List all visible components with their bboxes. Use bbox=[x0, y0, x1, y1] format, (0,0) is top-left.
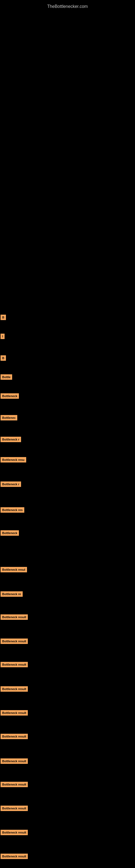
bottleneck-item: Bottleneck result bbox=[1, 854, 28, 860]
bottleneck-item: Bottleneck result bbox=[1, 639, 28, 645]
bottleneck-item: Bottleneck result bbox=[1, 830, 28, 836]
bottleneck-item: Bottleneck bbox=[1, 393, 19, 399]
bottleneck-item: Bottleneck r bbox=[1, 437, 21, 443]
bottleneck-item: Bottleneck re bbox=[1, 591, 23, 597]
bottleneck-item: Bottleneck result bbox=[1, 662, 28, 668]
bottleneck-item: Bottleneck result bbox=[1, 782, 28, 788]
bottleneck-item: Bottleneck resul bbox=[1, 567, 27, 573]
bottleneck-item: Bottleneck res bbox=[1, 507, 24, 513]
bottleneck-item: Bottleneck result bbox=[1, 686, 28, 692]
bottleneck-item: Bottle bbox=[1, 374, 12, 380]
bottleneck-item: Bottleneck result bbox=[1, 734, 28, 740]
bottleneck-item: Bottleneck result bbox=[1, 806, 28, 812]
bottleneck-item: Bottleneck result bbox=[1, 614, 28, 620]
bottleneck-item: Bottleneck bbox=[1, 530, 19, 536]
site-title: TheBottlenecker.com bbox=[0, 1, 135, 12]
bottleneck-item: Bottleneck result bbox=[1, 758, 28, 764]
bottleneck-item: Bottlenec bbox=[1, 415, 17, 421]
bottleneck-item: Bottleneck resu bbox=[1, 457, 26, 463]
bottleneck-item: B bbox=[1, 315, 6, 321]
bottleneck-item: Bottleneck result bbox=[1, 710, 28, 716]
bottleneck-item: I bbox=[1, 334, 5, 340]
bottleneck-item: Bottleneck r bbox=[1, 482, 21, 488]
bottleneck-item: B bbox=[1, 355, 6, 361]
